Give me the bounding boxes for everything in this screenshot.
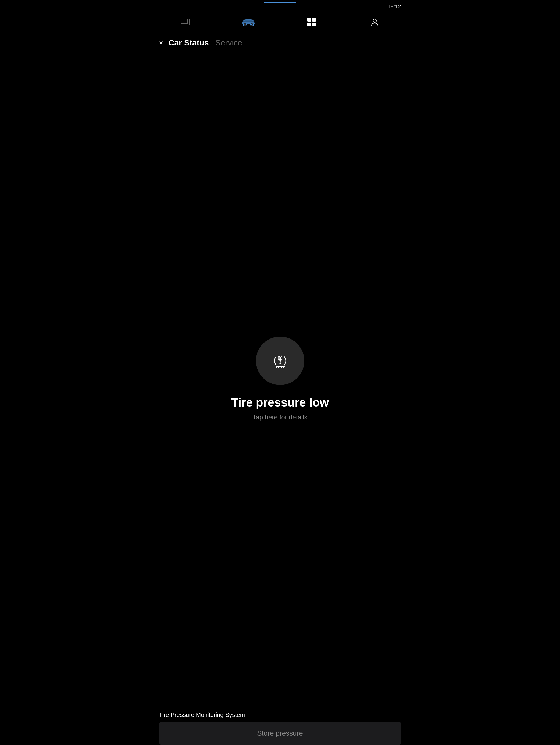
warning-subtitle: Tap here for details [253,414,307,421]
tab-car-status[interactable]: Car Status [169,38,209,47]
grid-icon [307,18,316,26]
close-button[interactable]: × [159,39,163,46]
warning-icon-circle[interactable]: (! (!) [256,336,304,385]
nav-item-profile[interactable] [367,14,383,30]
svg-point-9 [279,362,281,364]
nav-item-grid[interactable] [303,14,320,30]
status-bar: 19:12 [154,0,406,11]
tpms-icon: (! (!) [271,351,290,370]
tab-service[interactable]: Service [215,38,242,47]
nav-item-car[interactable] [240,14,257,30]
nav-bar [154,11,406,34]
svg-rect-8 [279,357,281,362]
warning-title: Tire pressure low [231,396,329,409]
tpms-section-label: Tire Pressure Monitoring System [159,711,401,718]
main-content[interactable]: (! (!) [154,51,406,706]
store-pressure-button[interactable]: Store pressure [159,722,401,745]
svg-point-5 [373,19,376,22]
svg-point-4 [251,24,253,25]
status-bar-indicator [264,2,296,3]
nav-item-screen[interactable] [177,14,193,30]
svg-rect-0 [181,19,188,24]
tab-bar: × Car Status Service [154,34,406,51]
bottom-section: Tire Pressure Monitoring System Store pr… [154,706,406,745]
svg-point-3 [245,24,246,25]
status-time: 19:12 [387,3,401,10]
